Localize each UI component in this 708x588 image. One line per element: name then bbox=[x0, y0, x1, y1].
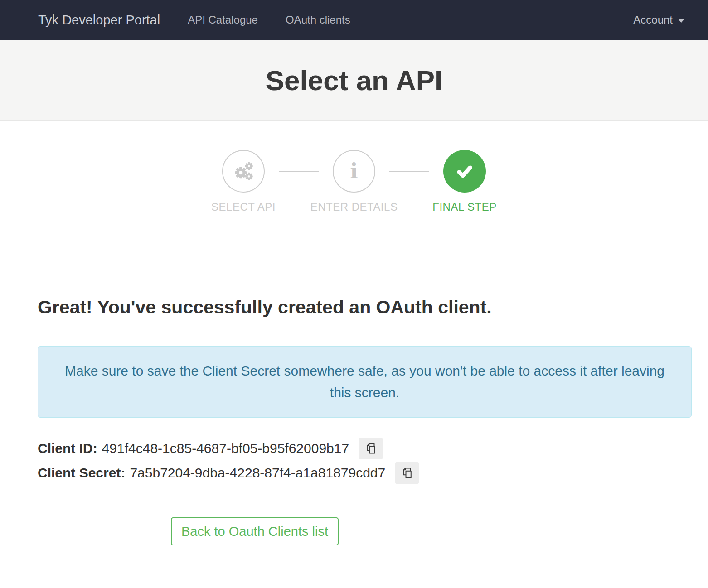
step-final-step-circle bbox=[443, 150, 486, 193]
nav-links: API Catalogue OAuth clients bbox=[188, 14, 350, 26]
step-select-api-circle bbox=[222, 150, 265, 193]
copy-pages-icon bbox=[364, 442, 378, 455]
wizard-stepper: SELECT API i ENTER DETAILS FINAL STEP bbox=[0, 150, 708, 213]
account-dropdown[interactable]: Account bbox=[633, 14, 684, 26]
client-id-value: 491f4c48-1c85-4687-bf05-b95f62009b17 bbox=[102, 441, 349, 456]
navbar: Tyk Developer Portal API Catalogue OAuth… bbox=[0, 0, 708, 40]
success-heading: Great! You've successfully created an OA… bbox=[38, 297, 692, 318]
copy-pages-icon bbox=[400, 466, 414, 480]
stepper-connector bbox=[279, 171, 319, 172]
page-header: Select an API bbox=[0, 40, 708, 121]
stepper-connector bbox=[389, 171, 429, 172]
back-to-oauth-clients-button[interactable]: Back to Oauth Clients list bbox=[171, 517, 339, 545]
copy-client-secret-button[interactable] bbox=[395, 462, 419, 484]
gears-icon bbox=[232, 159, 255, 183]
step-enter-details: i ENTER DETAILS bbox=[333, 150, 375, 213]
nav-item-api-catalogue[interactable]: API Catalogue bbox=[188, 14, 258, 26]
credentials: Client ID: 491f4c48-1c85-4687-bf05-b95f6… bbox=[38, 438, 692, 484]
account-label: Account bbox=[633, 14, 673, 26]
client-secret-row: Client Secret: 7a5b7204-9dba-4228-87f4-a… bbox=[38, 462, 692, 484]
brand-link[interactable]: Tyk Developer Portal bbox=[38, 13, 160, 28]
info-icon: i bbox=[350, 161, 358, 182]
info-alert: Make sure to save the Client Secret some… bbox=[38, 346, 692, 418]
main-content: Great! You've successfully created an OA… bbox=[0, 297, 708, 588]
client-secret-label: Client Secret: bbox=[38, 465, 125, 481]
step-select-api: SELECT API bbox=[222, 150, 265, 213]
step-final-step: FINAL STEP bbox=[443, 150, 486, 213]
copy-client-id-button[interactable] bbox=[359, 438, 383, 459]
page-title: Select an API bbox=[266, 64, 443, 96]
client-secret-value: 7a5b7204-9dba-4228-87f4-a1a81879cdd7 bbox=[130, 465, 385, 481]
nav-item-oauth-clients[interactable]: OAuth clients bbox=[286, 14, 350, 26]
step-enter-details-label: ENTER DETAILS bbox=[310, 201, 398, 213]
client-id-label: Client ID: bbox=[38, 441, 97, 456]
check-icon bbox=[453, 159, 476, 183]
client-id-row: Client ID: 491f4c48-1c85-4687-bf05-b95f6… bbox=[38, 438, 692, 459]
step-enter-details-circle: i bbox=[333, 150, 375, 193]
caret-down-icon bbox=[678, 19, 684, 23]
step-final-step-label: FINAL STEP bbox=[432, 201, 496, 213]
step-select-api-label: SELECT API bbox=[211, 201, 276, 213]
